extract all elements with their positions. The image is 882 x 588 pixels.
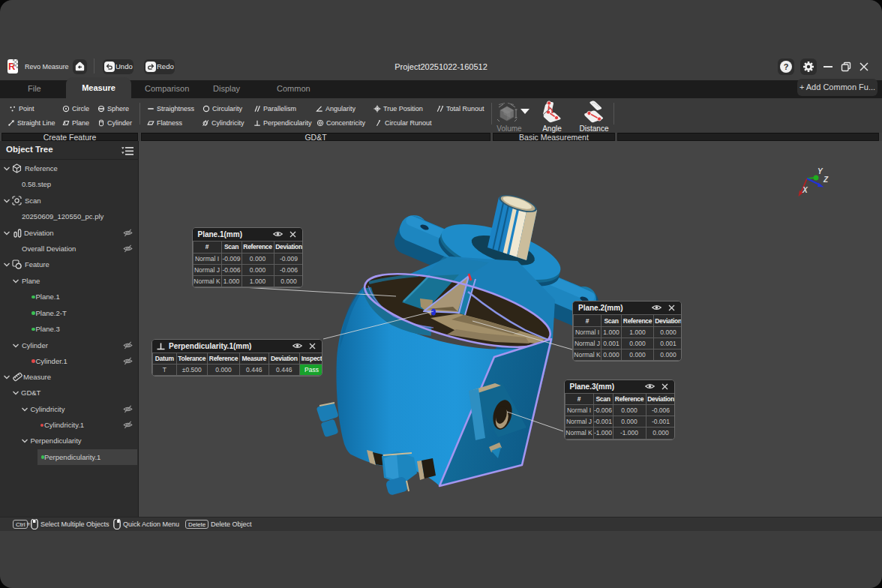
svg-text:Y: Y	[818, 167, 824, 176]
svg-text:X: X	[802, 186, 808, 194]
svg-text:Z: Z	[823, 176, 829, 184]
svg-text:?: ?	[784, 62, 789, 71]
